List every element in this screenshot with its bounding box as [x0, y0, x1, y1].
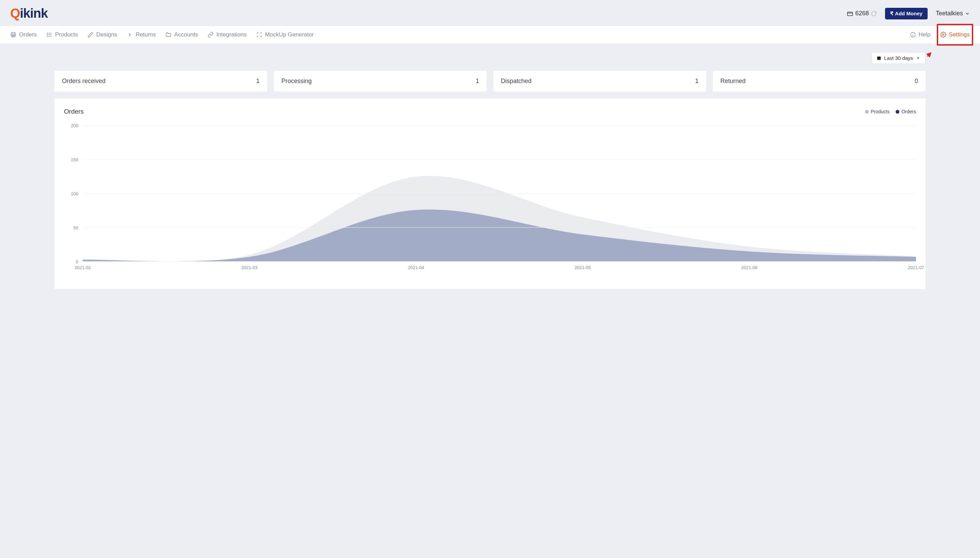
pencil-icon — [87, 32, 94, 38]
folder-icon — [165, 32, 171, 38]
rupee-icon: ₹ — [890, 11, 893, 16]
chevron-down-icon — [965, 11, 970, 16]
y-tick: 100 — [71, 191, 78, 196]
nav-label: Orders — [19, 31, 37, 38]
nav-accounts[interactable]: Accounts — [165, 26, 198, 44]
date-range-label: Last 30 days — [884, 55, 913, 61]
nav-label: Accounts — [174, 31, 198, 38]
svg-rect-2 — [11, 34, 16, 36]
legend-item: Products — [865, 109, 890, 114]
nav-label: Integrations — [217, 31, 247, 38]
nav-returns[interactable]: Returns — [126, 26, 156, 44]
stat-label: Processing — [281, 77, 312, 85]
stat-card: Returned0 — [713, 71, 926, 92]
nav-help[interactable]: Help — [910, 26, 931, 44]
add-money-label: Add Money — [895, 11, 923, 16]
svg-point-8 — [47, 34, 48, 35]
chevron-right-icon — [126, 32, 133, 38]
info-icon — [910, 32, 916, 38]
printer-icon — [10, 32, 16, 38]
gridline — [83, 193, 916, 194]
wallet-balance: 6268 — [847, 10, 877, 17]
stat-value: 1 — [256, 77, 259, 85]
refresh-icon[interactable] — [871, 11, 877, 17]
svg-rect-15 — [877, 56, 881, 57]
svg-rect-1 — [11, 32, 15, 34]
legend-swatch — [865, 110, 869, 114]
stat-value: 1 — [695, 77, 699, 85]
stat-label: Dispatched — [501, 77, 532, 85]
orders-chart-panel: Orders ProductsOrders 050100150200 2021-… — [54, 98, 926, 289]
y-tick: 0 — [76, 259, 78, 264]
nav-label: MockUp Generator — [265, 31, 314, 38]
gear-icon — [940, 32, 946, 38]
svg-point-7 — [47, 33, 48, 34]
svg-point-9 — [47, 36, 48, 37]
x-tick: 2021-03 — [241, 265, 258, 270]
logo-rest: ikink — [20, 6, 48, 20]
wallet-amount: 6268 — [855, 10, 869, 17]
brand-logo[interactable]: Qikink — [10, 6, 48, 21]
x-tick: 2021-06 — [741, 265, 757, 270]
y-tick: 200 — [71, 123, 78, 128]
nav-products[interactable]: Products — [46, 26, 78, 44]
wallet-icon — [847, 11, 853, 17]
nav-designs[interactable]: Designs — [87, 26, 117, 44]
stat-value: 1 — [476, 77, 479, 85]
nav-label: Returns — [135, 31, 156, 38]
frame-icon — [256, 32, 263, 38]
y-tick: 150 — [71, 157, 78, 162]
stat-card: Processing1 — [274, 71, 487, 92]
stat-label: Returned — [721, 77, 745, 85]
chart-body: 050100150200 2021-022021-032021-042021-0… — [64, 126, 916, 275]
nav-orders[interactable]: Orders — [10, 26, 37, 44]
stat-card: Dispatched1 — [493, 71, 706, 92]
nav-integrations[interactable]: Integrations — [208, 26, 247, 44]
legend-label: Orders — [901, 109, 916, 114]
svg-point-13 — [942, 34, 944, 36]
y-tick: 50 — [74, 225, 78, 230]
gridline — [83, 125, 916, 126]
legend-label: Products — [871, 109, 890, 114]
calendar-icon — [877, 56, 882, 61]
add-money-button[interactable]: ₹ Add Money — [885, 8, 927, 20]
gridline — [83, 159, 916, 159]
x-tick: 2021-02 — [74, 265, 91, 270]
logo-accent: Q — [10, 6, 20, 20]
x-tick: 2021-05 — [575, 265, 591, 270]
svg-rect-0 — [848, 12, 853, 16]
date-range-filter[interactable]: Last 30 days — [872, 52, 926, 64]
x-tick: 2021-04 — [408, 265, 424, 270]
user-menu[interactable]: Teetalkies — [936, 10, 970, 17]
gridline — [83, 227, 916, 228]
nav-settings[interactable]: Settings — [940, 26, 970, 44]
nav-label: Settings — [949, 31, 970, 38]
stat-label: Orders received — [62, 77, 105, 85]
legend-swatch — [896, 110, 900, 114]
legend-item: Orders — [896, 109, 916, 114]
user-name: Teetalkies — [936, 10, 963, 17]
stat-card: Orders received1 — [54, 71, 267, 92]
nav-label: Designs — [96, 31, 117, 38]
nav-label: Help — [919, 31, 931, 38]
nav-mockup-generator[interactable]: MockUp Generator — [256, 26, 314, 44]
caret-down-icon — [916, 56, 921, 61]
nav-label: Products — [55, 31, 78, 38]
x-tick: 2021-07 — [908, 265, 924, 270]
chart-title: Orders — [64, 108, 84, 115]
stat-value: 0 — [915, 77, 918, 85]
link-icon — [208, 32, 214, 38]
list-icon — [46, 32, 53, 38]
